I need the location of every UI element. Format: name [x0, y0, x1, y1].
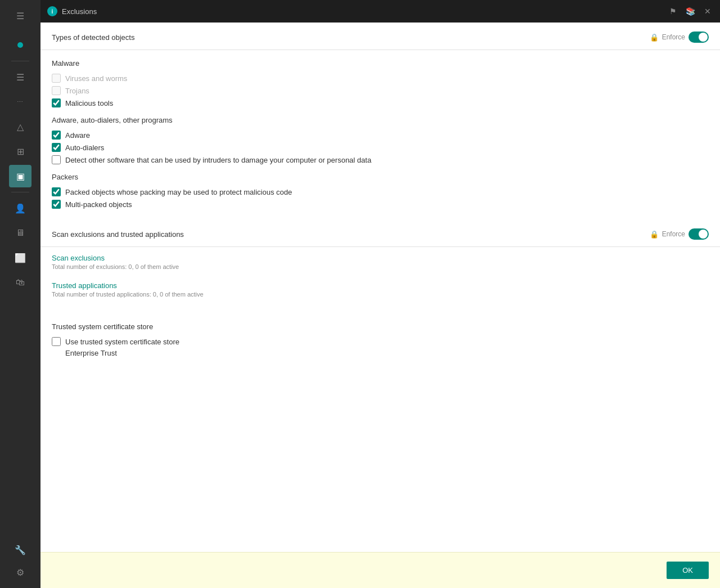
packed-objects-checkbox[interactable] [52, 187, 61, 196]
viruses-label[interactable]: Viruses and worms [65, 74, 127, 83]
auto-dialers-label[interactable]: Auto-dialers [65, 143, 104, 152]
trusted-cert-title: Trusted system certificate store [52, 322, 709, 331]
malware-title: Malware [52, 59, 709, 68]
person-icon: 👤 [15, 203, 26, 214]
scan-section-content: Scan exclusions Total number of exclusio… [40, 247, 720, 313]
types-enforce-label: Enforce [662, 33, 685, 41]
monitor-icon: 🖥 [16, 228, 25, 238]
page-title: Exclusions [62, 7, 97, 16]
close-button[interactable]: ✕ [702, 5, 713, 18]
ok-button[interactable]: OK [667, 562, 709, 579]
sidebar-item-store[interactable]: 🛍 [9, 271, 32, 294]
types-section-content: Malware Viruses and worms Trojans Malici… [40, 50, 720, 219]
wrench-icon: 🔧 [15, 545, 26, 555]
sidebar-item-alerts[interactable]: △ [9, 115, 32, 138]
sidebar-item-screen[interactable]: ⬜ [9, 246, 32, 269]
trojans-label[interactable]: Trojans [65, 87, 89, 95]
malicious-tools-checkbox[interactable] [52, 98, 61, 107]
use-trusted-cert-label[interactable]: Use trusted system certificate store [65, 338, 179, 346]
checkbox-viruses: Viruses and worms [52, 72, 709, 84]
checkbox-use-trusted-cert: Use trusted system certificate store [52, 335, 709, 348]
checkbox-adware: Adware [52, 129, 709, 141]
malicious-tools-label[interactable]: Malicious tools [65, 99, 113, 107]
menu-icon: ☰ [16, 11, 24, 21]
adware-label[interactable]: Adware [65, 131, 90, 140]
scan-enforce-label: Enforce [662, 230, 685, 238]
gear-icon: ⚙ [16, 567, 24, 578]
flag-button[interactable]: ⚑ [667, 5, 679, 18]
main-content: i Exclusions ⚑ 📚 ✕ Types of detected obj… [40, 0, 720, 588]
types-section-title: Types of detected objects [52, 33, 134, 42]
packed-objects-label[interactable]: Packed objects whose packing may be used… [65, 188, 292, 196]
title-bar: i Exclusions ⚑ 📚 ✕ [40, 0, 720, 23]
dialog-body: Types of detected objects 🔒 Enforce Malw… [40, 23, 720, 552]
scan-section-title: Scan exclusions and trusted applications [52, 230, 184, 239]
scan-exclusions-desc: Total number of exclusions: 0, 0 of them… [52, 263, 709, 270]
multi-packed-checkbox[interactable] [52, 200, 61, 209]
trusted-applications-link[interactable]: Trusted applications [52, 281, 117, 290]
checkbox-auto-dialers: Auto-dialers [52, 141, 709, 154]
trusted-applications-desc: Total number of trusted applications: 0,… [52, 291, 709, 298]
app-icon: i [47, 6, 57, 16]
detect-other-label[interactable]: Detect other software that can be used b… [65, 156, 371, 164]
checkbox-detect-other: Detect other software that can be used b… [52, 154, 709, 166]
book-button[interactable]: 📚 [683, 5, 698, 18]
scan-enforce-toggle[interactable] [688, 228, 709, 240]
trusted-cert-section: Trusted system certificate store Use tru… [40, 313, 720, 366]
sidebar-item-home[interactable] [9, 34, 32, 56]
sidebar-item-settings[interactable]: ⚙ [9, 561, 32, 583]
sidebar-item-users[interactable]: 👤 [9, 197, 32, 219]
scan-section-header: Scan exclusions and trusted applications… [40, 219, 720, 247]
dialog-footer: OK [40, 552, 720, 588]
sidebar-item-dots[interactable]: ⋯ [9, 91, 32, 113]
trusted-applications-item: Trusted applications Total number of tru… [52, 281, 709, 298]
scan-exclusions-item: Scan exclusions Total number of exclusio… [52, 254, 709, 270]
viruses-checkbox[interactable] [52, 74, 61, 83]
sidebar-item-list[interactable]: ☰ [9, 66, 32, 88]
detect-other-checkbox[interactable] [52, 155, 61, 164]
auto-dialers-checkbox[interactable] [52, 143, 61, 152]
checkbox-trojans: Trojans [52, 84, 709, 97]
scan-lock-icon: 🔒 [650, 230, 659, 239]
sidebar-item-tools[interactable]: 🔧 [9, 538, 32, 561]
types-enforce-control: 🔒 Enforce [650, 32, 709, 43]
sidebar-item-active[interactable]: ▣ [9, 165, 32, 187]
use-trusted-cert-checkbox[interactable] [52, 337, 61, 346]
title-bar-actions: ⚑ 📚 ✕ [667, 5, 713, 18]
dots-icon: ⋯ [17, 98, 24, 106]
checkbox-malicious-tools: Malicious tools [52, 97, 709, 109]
circle-icon [17, 42, 23, 48]
list-icon: ☰ [16, 72, 24, 83]
sidebar-divider-1 [11, 61, 29, 61]
multi-packed-label[interactable]: Multi-packed objects [65, 200, 132, 209]
scan-enforce-control: 🔒 Enforce [650, 228, 709, 240]
triangle-icon: △ [17, 122, 24, 132]
packers-title: Packers [52, 173, 709, 181]
grid-icon: ⊞ [17, 146, 24, 157]
adware-title: Adware, auto-dialers, other programs [52, 116, 709, 124]
trojans-checkbox[interactable] [52, 86, 61, 95]
sidebar-divider-2 [11, 192, 29, 192]
screen-icon: ⬜ [15, 253, 26, 263]
checkbox-multi-packed: Multi-packed objects [52, 198, 709, 210]
dialog: Types of detected objects 🔒 Enforce Malw… [40, 23, 720, 588]
sidebar: ☰ ☰ ⋯ △ ⊞ ▣ 👤 🖥 ⬜ 🛍 🔧 ⚙ [0, 0, 40, 588]
checkbox-packed-objects: Packed objects whose packing may be used… [52, 186, 709, 198]
enterprise-trust-label: Enterprise Trust [65, 349, 117, 357]
bag-icon: 🛍 [16, 277, 25, 288]
types-lock-icon: 🔒 [650, 33, 659, 42]
sidebar-item-menu[interactable]: ☰ [9, 5, 32, 27]
scan-exclusions-link[interactable]: Scan exclusions [52, 254, 105, 262]
types-enforce-toggle[interactable] [688, 32, 709, 43]
adware-checkbox[interactable] [52, 131, 61, 140]
sidebar-item-devices[interactable]: 🖥 [9, 222, 32, 244]
types-section-header: Types of detected objects 🔒 Enforce [40, 23, 720, 50]
active-box-icon: ▣ [16, 171, 25, 182]
sidebar-item-grid[interactable]: ⊞ [9, 140, 32, 163]
